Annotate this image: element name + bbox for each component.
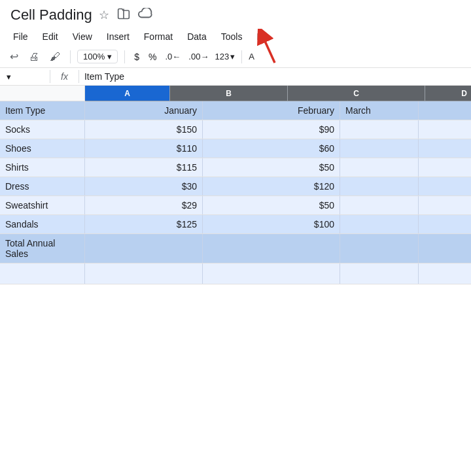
cell-c2[interactable]: $90: [203, 120, 340, 139]
cell-d6[interactable]: [340, 196, 419, 214]
cell-d7[interactable]: [340, 215, 419, 233]
spreadsheet-grid: A B C D Item Type January February March…: [0, 86, 471, 284]
print-icon[interactable]: 🖨: [26, 49, 43, 65]
data-row-1: Socks $150 $90: [0, 120, 471, 139]
cell-b5[interactable]: $30: [85, 177, 203, 196]
separator3: [241, 50, 242, 63]
fx-label: fx: [56, 71, 73, 82]
cell-c7[interactable]: $100: [203, 215, 340, 233]
font-label[interactable]: A: [249, 52, 254, 61]
cell-ref-dropdown-icon[interactable]: ▾: [7, 72, 11, 82]
cell-d8[interactable]: [340, 234, 419, 263]
column-headers: A B C D: [0, 86, 471, 101]
decimal-increase-button[interactable]: .00→: [186, 50, 211, 63]
formula-divider: [50, 70, 50, 83]
col-header-d[interactable]: D: [425, 86, 471, 101]
cell-c6[interactable]: $50: [203, 196, 340, 214]
separator: [70, 50, 71, 63]
cell-a5[interactable]: Dress: [0, 177, 85, 196]
cell-a9[interactable]: [0, 264, 85, 284]
cell-b6[interactable]: $29: [85, 196, 203, 214]
cell-a4[interactable]: Shirts: [0, 158, 85, 177]
col-header-a[interactable]: A: [85, 86, 170, 101]
cell-a2[interactable]: Socks: [0, 120, 85, 139]
cell-c4[interactable]: $50: [203, 158, 340, 177]
cell-b4[interactable]: $115: [85, 158, 203, 177]
title-bar: Cell Padding ☆: [0, 0, 471, 27]
formula-divider2: [78, 70, 79, 83]
cell-d5[interactable]: [340, 177, 419, 196]
data-row-2: Shoes $110 $60: [0, 139, 471, 158]
col-header-spacer: [0, 86, 85, 101]
data-row-6: Sandals $125 $100: [0, 215, 471, 234]
formula-bar: ▾ fx Item Type: [0, 68, 471, 86]
cell-b1[interactable]: January: [85, 101, 203, 120]
cell-b3[interactable]: $110: [85, 139, 203, 158]
menu-file[interactable]: File: [7, 29, 35, 44]
cell-b8[interactable]: [85, 234, 203, 263]
cell-reference: ▾: [5, 72, 44, 82]
cell-c3[interactable]: $60: [203, 139, 340, 158]
toolbar: ↩ 🖨 🖌 100% ▾ $ % .0← .00→ 123 ▾ A: [0, 46, 471, 68]
cell-a1[interactable]: Item Type: [0, 101, 85, 120]
cell-b9[interactable]: [85, 264, 203, 284]
folder-icon[interactable]: [117, 7, 130, 24]
format-number-dropdown-icon: ▾: [230, 52, 235, 61]
empty-row: [0, 264, 471, 284]
cell-c1[interactable]: February: [203, 101, 340, 120]
header-row: Item Type January February March: [0, 101, 471, 120]
cell-a7[interactable]: Sandals: [0, 215, 85, 233]
paint-format-icon[interactable]: 🖌: [46, 49, 63, 65]
formula-value: Item Type: [84, 71, 466, 82]
format-number-label: 123: [215, 52, 229, 61]
cell-d3[interactable]: [340, 139, 419, 158]
col-header-c[interactable]: C: [288, 86, 425, 101]
menu-view[interactable]: View: [66, 29, 99, 44]
cell-c5[interactable]: $120: [203, 177, 340, 196]
cell-d1[interactable]: March: [340, 101, 419, 120]
col-header-b[interactable]: B: [170, 86, 288, 101]
cell-b7[interactable]: $125: [85, 215, 203, 233]
title-icons: ☆: [99, 7, 152, 24]
star-icon[interactable]: ☆: [99, 8, 109, 22]
percent-button[interactable]: %: [146, 50, 159, 64]
zoom-value: 100%: [83, 52, 105, 61]
menu-data[interactable]: Data: [181, 29, 213, 44]
format-number-control[interactable]: 123 ▾: [215, 52, 235, 61]
data-row-4: Dress $30 $120: [0, 177, 471, 196]
separator2: [124, 50, 125, 63]
undo-icon[interactable]: ↩: [7, 48, 22, 65]
decimal-decrease-button[interactable]: .0←: [164, 50, 183, 63]
menu-bar: File Edit View Insert Format Data Tools …: [0, 27, 471, 46]
menu-more[interactable]: E: [250, 29, 269, 44]
dollar-button[interactable]: $: [131, 50, 142, 64]
cell-d9[interactable]: [340, 264, 419, 284]
cloud-icon[interactable]: [138, 8, 152, 23]
cell-a6[interactable]: Sweatshirt: [0, 196, 85, 214]
cell-b2[interactable]: $150: [85, 120, 203, 139]
cell-d2[interactable]: [340, 120, 419, 139]
zoom-control[interactable]: 100% ▾: [77, 50, 118, 63]
total-row: Total Annual Sales: [0, 234, 471, 264]
menu-tools[interactable]: Tools: [215, 29, 249, 44]
zoom-dropdown-icon: ▾: [107, 52, 112, 61]
data-row-5: Sweatshirt $29 $50: [0, 196, 471, 215]
menu-format[interactable]: Format: [137, 29, 179, 44]
cell-c8[interactable]: [203, 234, 340, 263]
cell-a3[interactable]: Shoes: [0, 139, 85, 158]
data-row-3: Shirts $115 $50: [0, 158, 471, 177]
cell-c9[interactable]: [203, 264, 340, 284]
menu-edit[interactable]: Edit: [36, 29, 65, 44]
menu-insert[interactable]: Insert: [100, 29, 136, 44]
cell-d4[interactable]: [340, 158, 419, 177]
cell-a8[interactable]: Total Annual Sales: [0, 234, 85, 263]
document-title: Cell Padding: [10, 7, 92, 24]
